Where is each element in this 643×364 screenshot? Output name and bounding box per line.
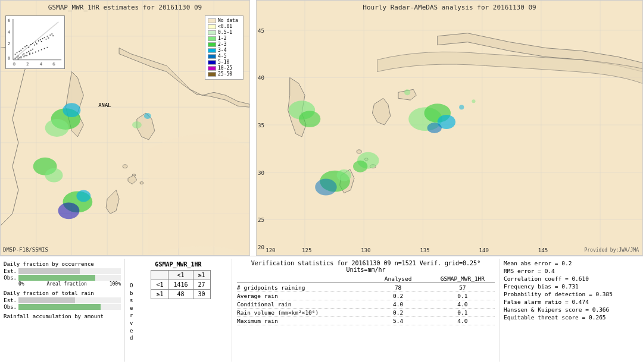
contingency-cell-lt1-lt1: 1416 <box>168 280 193 290</box>
verif-row-analysed: 78 <box>366 284 430 291</box>
svg-point-25 <box>144 113 151 119</box>
occurrence-axis: 0% Areal fraction 100% <box>18 281 121 287</box>
verif-row: Average rain 0.2 0.1 <box>237 292 495 300</box>
svg-point-67 <box>404 89 410 95</box>
contingency-row-label-ge1: ≥1 <box>151 290 168 299</box>
svg-point-55 <box>299 111 320 127</box>
contingency-panel: GSMAP_MWR_1HR Observed <1 ≥1 <box>125 259 232 362</box>
legend-item: 3-4 <box>208 48 241 53</box>
legend-color-swatch <box>208 66 216 71</box>
legend-label: <0.01 <box>218 24 232 29</box>
obs-label-rain: Obs. <box>4 304 17 310</box>
legend-item: 5-10 <box>208 59 241 65</box>
svg-text:120: 120 <box>266 247 275 253</box>
bottom-panel: Daily fraction by occurrence Est. Obs. 0… <box>0 256 643 364</box>
svg-point-23 <box>76 190 90 202</box>
svg-text:ANAL: ANAL <box>98 102 111 108</box>
legend-label: 0.5-1 <box>218 30 232 35</box>
legend-label: 1-2 <box>218 36 226 41</box>
legend-color-swatch <box>208 54 216 59</box>
verif-col-analysed: Analysed <box>366 275 430 282</box>
svg-text:30: 30 <box>258 170 264 176</box>
svg-text:45: 45 <box>258 28 264 34</box>
svg-point-15 <box>140 182 143 184</box>
svg-text:20: 20 <box>258 244 264 250</box>
legend-label: 5-10 <box>218 59 229 65</box>
contingency-cell-ge1-lt1: 48 <box>168 290 193 299</box>
svg-point-63 <box>315 179 336 196</box>
legend-color-swatch <box>208 18 216 23</box>
legend-label: 3-4 <box>218 48 226 53</box>
verif-row-gsmap: 0.1 <box>430 293 495 299</box>
svg-text:145: 145 <box>538 247 548 253</box>
svg-text:130: 130 <box>361 247 370 253</box>
verif-row: Conditional rain 4.0 4.0 <box>237 300 495 309</box>
svg-point-64 <box>337 170 351 181</box>
amount-chart-section: Rainfall accumulation by amount <box>4 313 121 319</box>
svg-text:40: 40 <box>258 75 264 81</box>
legend-label: 10-25 <box>218 65 232 71</box>
rain-chart-section: Daily fraction of total rain Est. Obs. <box>4 290 121 310</box>
metrics-panel: Mean abs error = 0.2 RMS error = 0.4 Cor… <box>500 259 643 362</box>
contingency-col-lt1: <1 <box>168 271 193 280</box>
obs-rain-bar-outer <box>18 304 121 310</box>
map-separator <box>250 0 256 256</box>
maps-row: GSMAP_MWR_1HR estimates for 20161130 09 <box>0 0 643 256</box>
legend-label: 25-50 <box>218 71 232 77</box>
est-label-occ: Est. <box>4 268 17 274</box>
obs-label-occ: Obs. <box>4 275 17 281</box>
legend-item: 1-2 <box>208 36 241 41</box>
svg-text:140: 140 <box>479 247 489 253</box>
est-label-rain: Est. <box>4 297 17 303</box>
verif-row-gsmap: 0.1 <box>430 309 495 316</box>
svg-point-66 <box>472 99 475 103</box>
verif-row: Rain volume (mm×km²×10⁶) 0.2 0.1 <box>237 309 495 317</box>
metric-correlation: Correlation coeff = 0.610 <box>504 275 639 282</box>
obs-rain-bar-inner <box>18 304 101 310</box>
legend-color-swatch <box>208 30 216 35</box>
svg-point-51 <box>357 150 361 153</box>
legend-color-swatch <box>208 36 216 41</box>
main-container: GSMAP_MWR_1HR estimates for 20161130 09 <box>0 0 643 364</box>
verif-row-analysed: 5.4 <box>366 318 430 324</box>
observed-vertical-label: Observed <box>130 282 133 342</box>
svg-text:35: 35 <box>258 123 264 128</box>
verif-row: Maximum rain 5.4 4.0 <box>237 317 495 325</box>
svg-point-17 <box>45 119 69 137</box>
est-occurrence-row: Est. <box>4 268 121 274</box>
verif-panel: Verification statistics for 20161130 09 … <box>232 259 500 362</box>
svg-text:125: 125 <box>302 247 311 253</box>
metric-equitable-threat: Equitable threat score = 0.265 <box>504 314 639 321</box>
obs-occurrence-row: Obs. <box>4 275 121 281</box>
est-occurrence-bar-inner <box>18 268 80 274</box>
svg-point-18 <box>63 103 81 117</box>
svg-point-65 <box>459 105 464 109</box>
verif-row-analysed: 4.0 <box>366 301 430 307</box>
verif-row-analysed: 0.2 <box>366 293 430 299</box>
contingency-empty-header <box>151 271 168 280</box>
contingency-table: <1 ≥1 <1 1416 27 ≥1 <box>151 270 210 299</box>
contingency-col-ge1: ≥1 <box>193 271 210 280</box>
verif-row-label: Average rain <box>237 293 366 299</box>
contingency-cell-ge1-ge1: 30 <box>193 290 210 299</box>
bar-charts-panel: Daily fraction by occurrence Est. Obs. 0… <box>0 259 125 362</box>
metric-rms: RMS error = 0.4 <box>504 268 639 274</box>
legend-item: 0.5-1 <box>208 30 241 35</box>
right-map-panel: Hourly Radar-AMeDAS analysis for 2016113… <box>256 0 643 256</box>
est-occurrence-bar-outer <box>18 268 121 274</box>
legend-color-swatch <box>208 24 216 29</box>
svg-point-61 <box>353 161 367 172</box>
metric-prob-detection: Probability of detection = 0.385 <box>504 291 639 297</box>
legend-item: <0.01 <box>208 24 241 29</box>
legend-color-swatch <box>208 72 216 77</box>
legend-label: 4-5 <box>218 54 226 59</box>
contingency-cell-lt1-ge1: 27 <box>193 280 210 290</box>
metric-hanssen-kuipers: Hanssen & Kuipers score = 0.366 <box>504 306 639 313</box>
svg-point-24 <box>132 121 142 128</box>
axis-right-occ: 100% <box>110 281 121 287</box>
right-map-credit: Provided by:JWA/JMA <box>584 247 639 253</box>
left-map-bottom-label: DMSP-F18/SSMIS <box>3 247 48 253</box>
svg-point-13 <box>123 165 127 168</box>
est-rain-bar-inner <box>18 297 75 303</box>
scatter-inset <box>5 15 65 69</box>
